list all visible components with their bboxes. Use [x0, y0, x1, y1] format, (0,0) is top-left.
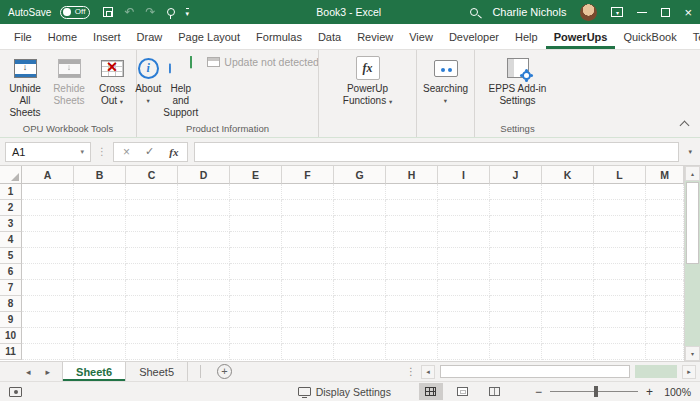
- cell[interactable]: [646, 312, 684, 328]
- cell[interactable]: [438, 280, 490, 296]
- tab-developer[interactable]: Developer: [441, 24, 507, 49]
- cell[interactable]: [282, 184, 334, 200]
- cell[interactable]: [334, 216, 386, 232]
- cell[interactable]: [438, 344, 490, 360]
- cell[interactable]: [490, 344, 542, 360]
- cell[interactable]: [646, 248, 684, 264]
- about-button[interactable]: i About ▾: [134, 53, 162, 108]
- save-icon[interactable]: [103, 7, 113, 17]
- cell[interactable]: [178, 264, 230, 280]
- tab-quickbook[interactable]: QuickBook: [615, 24, 684, 49]
- cell[interactable]: [438, 328, 490, 344]
- cell[interactable]: [282, 296, 334, 312]
- row-header-9[interactable]: 9: [0, 312, 22, 328]
- cell[interactable]: [646, 200, 684, 216]
- column-header-b[interactable]: B: [74, 166, 126, 184]
- cell[interactable]: [594, 248, 646, 264]
- cell[interactable]: [490, 264, 542, 280]
- cell[interactable]: [646, 296, 684, 312]
- search-icon[interactable]: [470, 8, 478, 16]
- ribbon-display-options-icon[interactable]: ▾: [611, 7, 623, 17]
- cell[interactable]: [230, 312, 282, 328]
- display-settings-button[interactable]: Display Settings: [298, 386, 391, 398]
- cell[interactable]: [594, 328, 646, 344]
- select-all-corner[interactable]: [0, 166, 22, 184]
- insert-function-button[interactable]: fx: [169, 146, 178, 158]
- cell[interactable]: [74, 312, 126, 328]
- cell[interactable]: [282, 344, 334, 360]
- user-name[interactable]: Charlie Nichols: [492, 6, 566, 18]
- row-header-5[interactable]: 5: [0, 248, 22, 264]
- cell[interactable]: [282, 312, 334, 328]
- scroll-left-icon[interactable]: ◂: [421, 365, 435, 379]
- cell[interactable]: [594, 216, 646, 232]
- cell[interactable]: [594, 184, 646, 200]
- cell[interactable]: [386, 264, 438, 280]
- epps-addin-settings-button[interactable]: EPPS Add-in Settings: [487, 53, 549, 110]
- vertical-scrollbar-thumb[interactable]: [686, 182, 699, 264]
- rehide-sheets-button[interactable]: Rehide Sheets: [48, 53, 90, 110]
- cell[interactable]: [126, 312, 178, 328]
- row-header-7[interactable]: 7: [0, 280, 22, 296]
- horizontal-scrollbar-thumb[interactable]: [440, 365, 630, 378]
- page-break-view-button[interactable]: [483, 383, 507, 400]
- cell[interactable]: [282, 328, 334, 344]
- cell[interactable]: [542, 200, 594, 216]
- zoom-in-button[interactable]: +: [646, 386, 653, 398]
- tab-view[interactable]: View: [401, 24, 441, 49]
- vertical-scrollbar-track[interactable]: [685, 265, 700, 346]
- name-box[interactable]: A1 ▾: [5, 142, 91, 162]
- column-header-f[interactable]: F: [282, 166, 334, 184]
- column-header-c[interactable]: C: [126, 166, 178, 184]
- cell[interactable]: [438, 248, 490, 264]
- cell[interactable]: [178, 280, 230, 296]
- row-header-3[interactable]: 3: [0, 216, 22, 232]
- cell[interactable]: [438, 312, 490, 328]
- cell[interactable]: [334, 232, 386, 248]
- cell[interactable]: [438, 216, 490, 232]
- cell[interactable]: [230, 248, 282, 264]
- cell[interactable]: [126, 280, 178, 296]
- cell[interactable]: [126, 232, 178, 248]
- cell[interactable]: [386, 312, 438, 328]
- cell[interactable]: [594, 296, 646, 312]
- cell[interactable]: [386, 296, 438, 312]
- cell[interactable]: [490, 200, 542, 216]
- cell[interactable]: [386, 248, 438, 264]
- cell[interactable]: [178, 296, 230, 312]
- cell[interactable]: [490, 296, 542, 312]
- macro-record-icon[interactable]: [9, 387, 22, 397]
- cell[interactable]: [178, 248, 230, 264]
- cell[interactable]: [126, 328, 178, 344]
- cell[interactable]: [490, 312, 542, 328]
- cell[interactable]: [74, 184, 126, 200]
- zoom-slider-thumb[interactable]: [594, 386, 598, 397]
- cell[interactable]: [334, 248, 386, 264]
- cell[interactable]: [230, 184, 282, 200]
- cell[interactable]: [22, 280, 74, 296]
- cell[interactable]: [542, 216, 594, 232]
- enter-button[interactable]: ✓: [145, 146, 154, 157]
- cell[interactable]: [126, 216, 178, 232]
- scrollbar-resize-handle[interactable]: ⋮: [406, 366, 416, 377]
- minimize-button[interactable]: [637, 12, 647, 13]
- row-header-1[interactable]: 1: [0, 184, 22, 200]
- cell[interactable]: [386, 200, 438, 216]
- avatar[interactable]: [580, 4, 597, 21]
- tab-powerups[interactable]: PowerUps: [546, 24, 616, 49]
- cell[interactable]: [386, 216, 438, 232]
- cell[interactable]: [126, 264, 178, 280]
- cell[interactable]: [230, 232, 282, 248]
- tab-file[interactable]: File: [6, 24, 40, 49]
- undo-icon[interactable]: ↶: [124, 6, 134, 18]
- column-header-a[interactable]: A: [22, 166, 74, 184]
- unhide-all-sheets-button[interactable]: Unhide All Sheets: [2, 53, 48, 122]
- cell[interactable]: [230, 296, 282, 312]
- cell[interactable]: [386, 328, 438, 344]
- cell[interactable]: [178, 200, 230, 216]
- cell[interactable]: [230, 200, 282, 216]
- cell[interactable]: [490, 248, 542, 264]
- cell[interactable]: [542, 280, 594, 296]
- cell[interactable]: [542, 296, 594, 312]
- cell[interactable]: [438, 232, 490, 248]
